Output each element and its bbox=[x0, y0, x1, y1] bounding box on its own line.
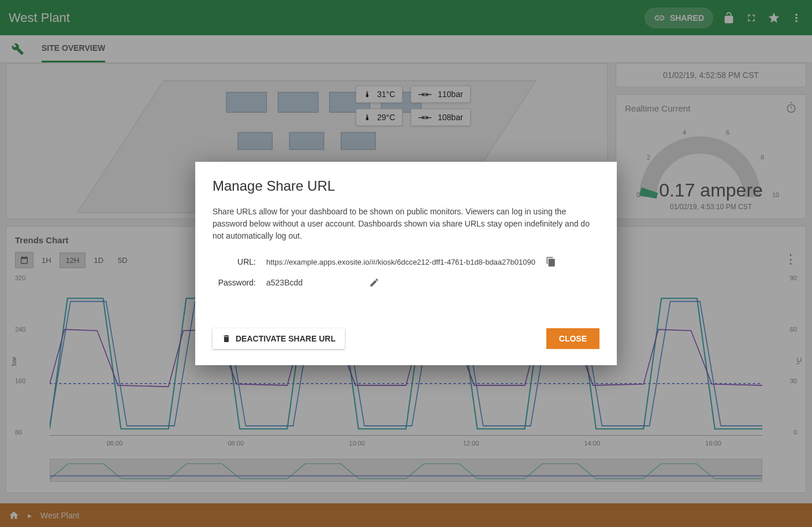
url-label: URL: bbox=[213, 257, 256, 266]
deactivate-label: DEACTIVATE SHARE URL bbox=[236, 334, 336, 343]
password-label: Password: bbox=[213, 278, 256, 287]
modal-scrim[interactable]: Manage Share URL Share URLs allow for yo… bbox=[0, 0, 812, 527]
deactivate-button[interactable]: DEACTIVATE SHARE URL bbox=[213, 328, 345, 349]
share-url-modal: Manage Share URL Share URLs allow for yo… bbox=[195, 162, 617, 365]
password-value: a523Bcdd bbox=[266, 278, 359, 287]
modal-title: Manage Share URL bbox=[213, 178, 599, 194]
close-button[interactable]: CLOSE bbox=[546, 328, 599, 349]
modal-description: Share URLs allow for your dashboard to b… bbox=[213, 206, 599, 242]
url-value: https://example.apps.exosite.io/#/kiosk/… bbox=[266, 258, 535, 266]
copy-icon[interactable] bbox=[546, 257, 556, 267]
edit-icon[interactable] bbox=[369, 277, 379, 288]
trash-icon bbox=[222, 334, 231, 343]
